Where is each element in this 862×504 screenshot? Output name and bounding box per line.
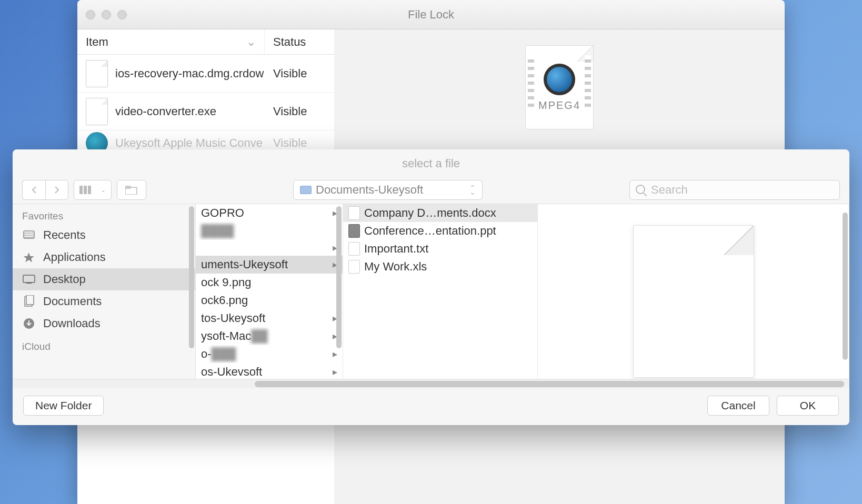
- list-item[interactable]: GOPRO▸: [196, 204, 343, 222]
- column-2: Company D…ments.docx Conference…entation…: [343, 204, 538, 379]
- columns-icon: [79, 186, 91, 194]
- sidebar-item-downloads[interactable]: Downloads: [13, 313, 195, 335]
- forward-button[interactable]: [45, 180, 68, 200]
- folder-icon: [300, 186, 312, 194]
- applications-icon: [22, 250, 36, 264]
- chevron-down-icon: ⌄: [101, 186, 106, 194]
- sidebar-item-documents[interactable]: Documents: [13, 290, 195, 313]
- path-dropdown[interactable]: Documents-Ukeysoft ⌃⌄: [293, 180, 483, 200]
- list-item[interactable]: os-Ukevsoft▸: [196, 363, 343, 379]
- file-icon: [348, 206, 360, 220]
- list-item[interactable]: tos-Ukeysoft▸: [196, 309, 343, 327]
- folder-icon: [125, 185, 138, 195]
- chevron-down-icon: ⌄: [246, 35, 256, 49]
- list-item[interactable]: ▸: [196, 240, 343, 256]
- sidebar-item-desktop[interactable]: Desktop: [13, 268, 195, 290]
- list-item[interactable]: Important.txt: [343, 240, 537, 258]
- list-item[interactable]: ████: [196, 222, 343, 240]
- new-folder-button[interactable]: New Folder: [23, 396, 104, 416]
- back-button[interactable]: [22, 180, 45, 200]
- svg-rect-10: [26, 283, 32, 284]
- sidebar-item-recents[interactable]: Recents: [13, 224, 195, 246]
- sidebar-item-applications[interactable]: Applications: [13, 246, 195, 268]
- sidebar-section-icloud: iCloud: [13, 335, 195, 355]
- chevron-right-icon: ▸: [333, 366, 337, 378]
- table-row[interactable]: video-converter.exe Visible: [77, 93, 334, 130]
- ok-button[interactable]: OK: [777, 396, 839, 416]
- mpeg4-preview-icon: MPEG4: [525, 45, 594, 129]
- column-1: GOPRO▸ ████ ▸ uments-Ukeysoft▸ ock 9.png…: [196, 204, 343, 379]
- sidebar: Favorites Recents Applications Desktop D…: [13, 204, 196, 379]
- column-header-item[interactable]: Item ⌄: [77, 29, 265, 54]
- chevron-right-icon: ▸: [333, 348, 337, 360]
- svg-rect-2: [88, 186, 91, 194]
- scrollbar[interactable]: [336, 206, 342, 348]
- svg-rect-9: [23, 275, 35, 283]
- scrollbar[interactable]: [843, 213, 848, 360]
- file-picker-dialog: select a file ⌄ Documents-Ukeysoft ⌃⌄: [13, 149, 849, 425]
- column-header-status[interactable]: Status: [265, 29, 334, 54]
- document-preview-icon: [633, 225, 754, 378]
- svg-rect-12: [26, 295, 34, 305]
- file-icon: [348, 260, 360, 274]
- toolbar: ⌄ Documents-Ukeysoft ⌃⌄: [13, 176, 849, 204]
- group-button[interactable]: [117, 180, 146, 200]
- quicktime-icon: [544, 64, 575, 95]
- list-item[interactable]: Company D…ments.docx: [343, 204, 537, 222]
- window-title: File Lock: [77, 8, 785, 22]
- search-field[interactable]: [629, 180, 840, 200]
- scrollbar[interactable]: [189, 206, 194, 348]
- file-icon: [348, 242, 360, 256]
- svg-rect-0: [79, 186, 83, 194]
- titlebar: File Lock: [77, 0, 785, 29]
- horizontal-scrollbar-track[interactable]: [13, 379, 849, 388]
- table-row[interactable]: ios-recovery-mac.dmg.crdow Visible: [77, 55, 334, 93]
- desktop-icon: [22, 273, 36, 286]
- list-item[interactable]: Conference…entation.ppt: [343, 222, 537, 240]
- dialog-title: select a file: [13, 149, 849, 176]
- search-input[interactable]: [629, 180, 840, 200]
- documents-icon: [22, 295, 36, 308]
- scrollbar-thumb[interactable]: [255, 381, 844, 387]
- sidebar-section-favorites: Favorites: [13, 204, 195, 224]
- list-item[interactable]: ock 9.png: [196, 274, 343, 291]
- svg-rect-1: [84, 186, 87, 194]
- downloads-icon: [22, 317, 36, 330]
- list-item[interactable]: My Work.xls: [343, 258, 537, 276]
- search-icon: [636, 185, 645, 194]
- file-icon: [86, 60, 108, 87]
- stepper-icon: ⌃⌄: [469, 186, 476, 194]
- preview-column: [538, 204, 849, 379]
- cancel-button[interactable]: Cancel: [707, 396, 769, 416]
- list-item[interactable]: ysoft-Mac██▸: [196, 327, 343, 345]
- view-mode-button[interactable]: ⌄: [74, 180, 112, 200]
- list-item[interactable]: ock6.png: [196, 291, 343, 309]
- recents-icon: [22, 228, 36, 242]
- list-item[interactable]: o-███▸: [196, 345, 343, 363]
- file-icon: [348, 224, 360, 238]
- file-icon: [86, 98, 108, 125]
- dialog-footer: New Folder Cancel OK: [13, 388, 849, 423]
- list-item[interactable]: uments-Ukeysoft▸: [196, 256, 343, 274]
